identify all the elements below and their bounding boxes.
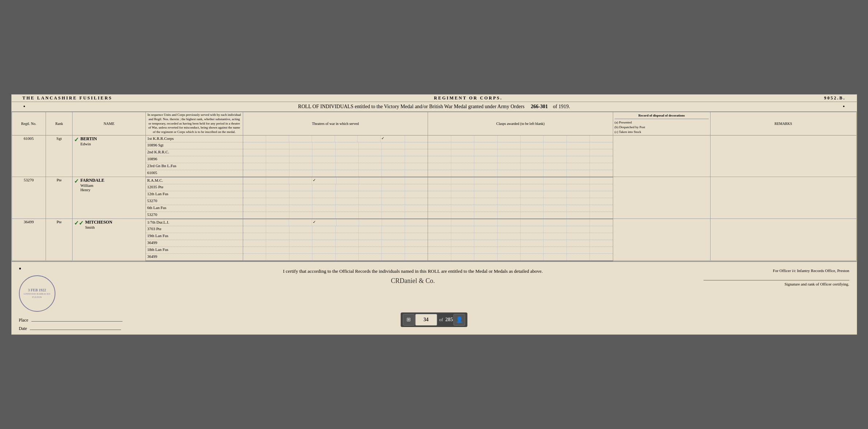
main-table: Regtl. No. Rank NAME In sequence Units a… [12, 112, 857, 261]
farndale-name: ✓ FARNDALE William Henry [73, 177, 145, 219]
mitcheson-regtl: 36499 [12, 219, 46, 261]
farndale-regtl: 53270 [12, 177, 46, 219]
header-units: In sequence Units and Corps previously s… [145, 112, 243, 135]
mitcheson-name: ✓✓ MITCHESON Smith [73, 219, 145, 261]
pagination-total: 285 [445, 317, 453, 323]
header-name: NAME [73, 112, 145, 135]
bertin-theatre-1: ✓ [243, 135, 428, 142]
pagination-of: of [438, 317, 445, 323]
farndale-checkmark: ✓ [74, 178, 79, 185]
header-regtl-no: Regtl. No. [12, 112, 46, 135]
bertin-checkmark: ✓ [74, 136, 79, 143]
header-row: Regtl. No. Rank NAME In sequence Units a… [12, 112, 856, 135]
mitcheson-rank: Pte [46, 219, 72, 261]
signature: CRDaniel & Co. [130, 277, 696, 285]
bertin-disposal [613, 135, 710, 177]
bertin-clasps-1 [428, 135, 613, 142]
mitcheson-checkmark: ✓✓ [74, 220, 83, 227]
order-numbers: 266-301 [531, 104, 548, 109]
top-header: THE LANCASHIRE FUSILIERS REGIMENT OR COR… [12, 95, 857, 102]
mitcheson-remarks [710, 219, 856, 261]
of-year: of 1919. [553, 104, 570, 109]
bertin-unit-4: 10896 [145, 156, 243, 163]
footer-bullet: • [19, 265, 22, 273]
document: THE LANCASHIRE FUSILIERS REGIMENT OR COR… [11, 94, 857, 334]
bullet-left: • [19, 103, 30, 110]
mitcheson-unit-1: 1/7th Dur.L.I. [145, 219, 243, 226]
bertin-rank: Sgt [46, 135, 72, 177]
bertin-unit-2: 10896 Sgt [145, 142, 243, 149]
bertin-remarks [710, 135, 856, 177]
header-clasps: Clasps awarded (to be left blank) [428, 112, 613, 135]
bertin-unit-6: 61005 [145, 170, 243, 177]
place-date: Place Date [19, 318, 122, 331]
pagination-current[interactable]: 34 [415, 314, 437, 326]
farndale-rank: Pte [46, 177, 72, 219]
entry-mitcheson: 36499 Pte ✓✓ MITCHESON Smith 1/7th Dur [12, 219, 856, 226]
doc-number: 9052.B. [824, 95, 845, 101]
entry-farndale: 53270 Pte ✓ FARNDALE William Henry [12, 177, 856, 184]
regiment-title: THE LANCASHIRE FUSILIERS [23, 95, 113, 101]
pagination-person-icon[interactable]: 👤 [454, 314, 465, 326]
footer: • 3 FEB 1922 LINWOOD BARRACKS FULTON Pla… [12, 261, 857, 334]
footer-officer: For Officer i/c Infantry Records Office,… [704, 265, 849, 286]
farndale-unit-1: R.A.M.C. [145, 177, 243, 184]
header-theatres: Theatres of war in which served [243, 112, 428, 135]
pagination-bar: ⊞ 34 of 285 👤 [401, 312, 468, 327]
farndale-remarks [710, 177, 856, 219]
certification-text: I certify that according to the Official… [130, 265, 696, 285]
bertin-regtl: 61005 [12, 135, 46, 177]
header-remarks: REMARKS [710, 112, 856, 135]
bertin-unit-5: 23rd Gn Bn L.Fus [145, 163, 243, 170]
stamp: 3 FEB 1922 LINWOOD BARRACKS FULTON [19, 275, 55, 312]
roll-title-row: • ROLL OF INDIVIDUALS entitled to the Vi… [12, 102, 857, 112]
roll-title: ROLL OF INDIVIDUALS entitled to the Vict… [298, 104, 525, 109]
regiment-corps-label: REGIMENT OR CORPS. [434, 95, 502, 101]
pagination-grid-icon[interactable]: ⊞ [403, 314, 414, 326]
bertin-unit-1: 1st K.R.R.Corps [145, 135, 243, 142]
bullet-right: • [838, 103, 849, 110]
farndale-disposal [613, 177, 710, 219]
mitcheson-disposal [613, 219, 710, 261]
header-disposal: Record of disposal of decorations (a) Pr… [613, 112, 710, 135]
bertin-unit-3: 2nd K.R.R.C. [145, 149, 243, 156]
bertin-name: ✓ BERTIN Edwin [73, 135, 145, 177]
header-rank: Rank [46, 112, 72, 135]
entry-bertin: 61005 Sgt ✓ BERTIN Edwin 1st K.R.R.Cor [12, 135, 856, 142]
